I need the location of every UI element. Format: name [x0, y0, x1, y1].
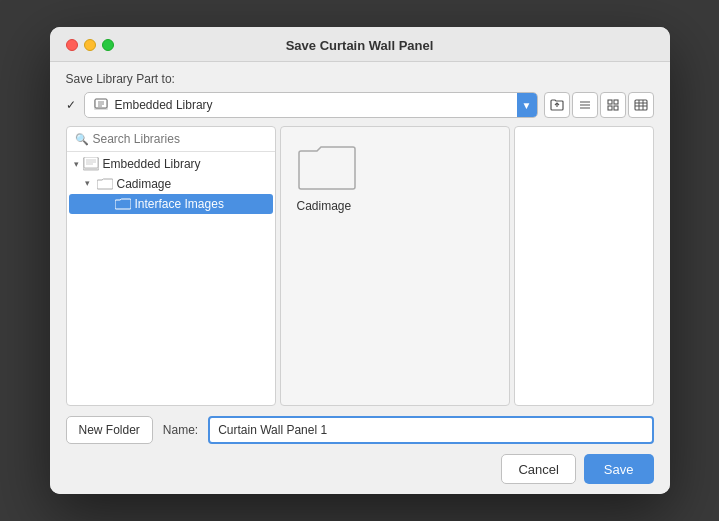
icon-view-icon	[634, 98, 648, 112]
toolbar-buttons	[544, 92, 654, 118]
save-to-label: Save Library Part to:	[66, 72, 175, 86]
window-title: Save Curtain Wall Panel	[286, 38, 434, 53]
maximize-button[interactable]	[102, 39, 114, 51]
dropdown-arrow[interactable]: ▼	[517, 93, 537, 117]
new-folder-button[interactable]: New Folder	[66, 416, 153, 444]
library-tree-icon	[83, 157, 99, 171]
library-dropdown[interactable]: Embedded Library ▼	[84, 92, 538, 118]
detail-view-icon	[606, 98, 620, 112]
save-button[interactable]: Save	[584, 454, 654, 484]
embedded-library-label: Embedded Library	[103, 157, 201, 171]
tree-item-embedded-library[interactable]: ▾ Embedded Library	[67, 154, 275, 174]
folder-display: Cadimage	[297, 143, 493, 213]
icon-view-button[interactable]	[628, 92, 654, 118]
preview-panel	[514, 126, 654, 406]
name-label: Name:	[163, 423, 198, 437]
folder-up-icon	[550, 98, 564, 112]
detail-view-button[interactable]	[600, 92, 626, 118]
search-bar: 🔍	[67, 127, 275, 152]
title-bar: Save Curtain Wall Panel	[50, 27, 670, 62]
close-button[interactable]	[66, 39, 78, 51]
interface-images-folder-icon	[115, 198, 131, 210]
content-area: 🔍 ▾ Embedded Library	[66, 126, 654, 406]
minimize-button[interactable]	[84, 39, 96, 51]
traffic-lights	[66, 39, 114, 51]
tree-items: ▾ Embedded Library ▾	[67, 152, 275, 405]
file-tree-panel: 🔍 ▾ Embedded Library	[66, 126, 276, 406]
content-main: Cadimage	[280, 126, 510, 406]
dropdown-row: ✓ Embedded Library ▼	[50, 92, 670, 126]
svg-rect-9	[608, 100, 612, 104]
toggle-embedded-library[interactable]: ▾	[71, 158, 83, 170]
search-input[interactable]	[93, 132, 267, 146]
search-icon: 🔍	[75, 133, 89, 146]
list-view-button[interactable]	[572, 92, 598, 118]
folder-up-button[interactable]	[544, 92, 570, 118]
save-dialog: Save Curtain Wall Panel Save Library Par…	[50, 27, 670, 494]
bottom-bar: New Folder Name: Cancel Save	[50, 406, 670, 494]
list-view-icon	[578, 98, 592, 112]
svg-rect-12	[614, 106, 618, 110]
action-buttons: Cancel Save	[66, 454, 654, 484]
name-input[interactable]	[208, 416, 653, 444]
toggle-interface-images[interactable]	[103, 198, 115, 210]
cadimage-big-folder-icon	[297, 143, 357, 193]
interface-images-label: Interface Images	[135, 197, 224, 211]
library-icon	[93, 97, 109, 113]
toggle-cadimage[interactable]: ▾	[85, 178, 97, 190]
cadimage-label: Cadimage	[117, 177, 172, 191]
cancel-button[interactable]: Cancel	[501, 454, 575, 484]
cadimage-folder-name: Cadimage	[297, 199, 352, 213]
svg-rect-10	[614, 100, 618, 104]
svg-rect-11	[608, 106, 612, 110]
cadimage-folder-icon	[97, 178, 113, 190]
name-row: New Folder Name:	[66, 416, 654, 444]
dropdown-text: Embedded Library	[115, 98, 529, 112]
tree-item-interface-images[interactable]: Interface Images	[69, 194, 273, 214]
save-to-bar: Save Library Part to:	[50, 62, 670, 92]
tree-item-cadimage[interactable]: ▾ Cadimage	[67, 174, 275, 194]
checkmark: ✓	[66, 98, 76, 112]
svg-rect-13	[635, 100, 647, 110]
